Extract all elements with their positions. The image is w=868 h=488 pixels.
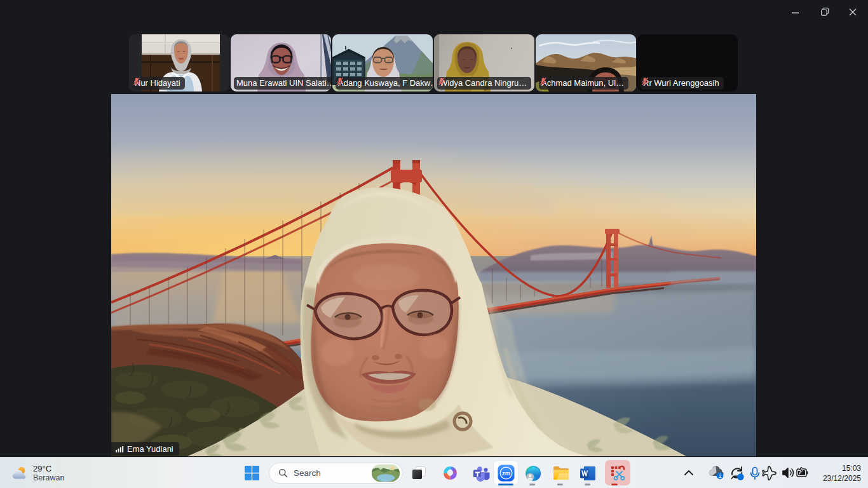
svg-text:i: i: [718, 473, 721, 480]
svg-text:zm: zm: [501, 470, 510, 477]
